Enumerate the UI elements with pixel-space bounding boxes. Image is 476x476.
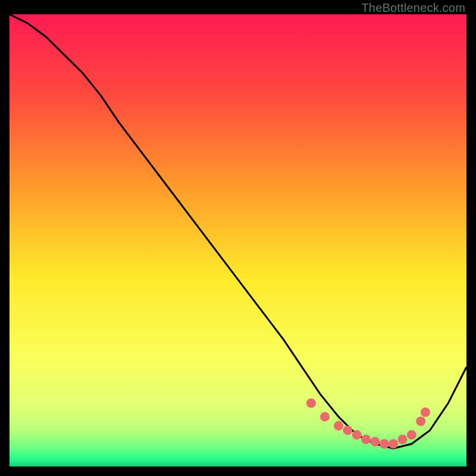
marker-dot [407,430,416,440]
marker-dot [320,412,330,421]
marker-dot [343,425,352,435]
marker-dot [380,439,389,449]
plot-area [10,14,466,466]
marker-dot [334,421,343,431]
marker-dot [398,434,408,444]
marker-dot [421,408,430,417]
marker-dot [306,399,316,408]
marker-dot [370,437,380,446]
marker-dot [361,434,371,444]
curve-layer [10,14,466,466]
watermark-text: TheBottleneck.com [361,1,465,15]
marker-dot [389,439,398,449]
marker-dot [416,416,425,426]
bottleneck-curve [10,14,466,449]
marker-dot [352,430,362,440]
optimal-range-dots [306,399,430,449]
chart-frame [10,14,466,466]
